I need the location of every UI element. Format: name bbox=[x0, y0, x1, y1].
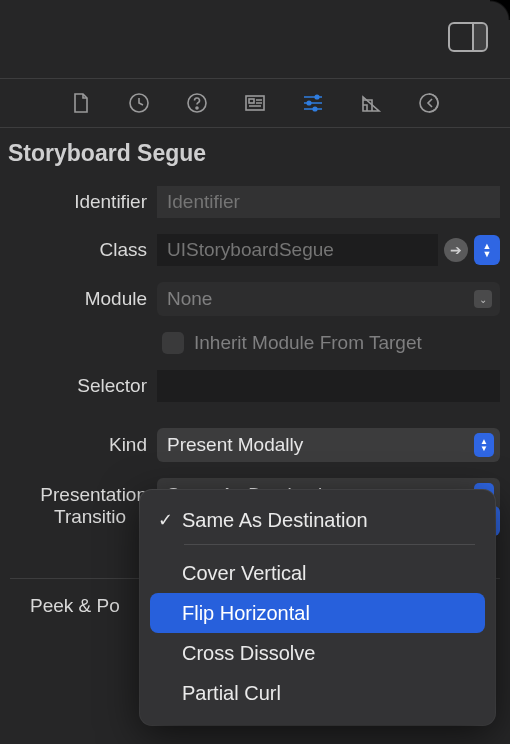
class-label: Class bbox=[0, 239, 157, 261]
class-dropdown-button[interactable]: ▲▼ bbox=[474, 235, 500, 265]
updown-icon: ▲▼ bbox=[474, 433, 494, 457]
kind-value: Present Modally bbox=[167, 434, 303, 456]
popup-separator bbox=[184, 544, 475, 545]
transition-label: Transitio bbox=[54, 506, 126, 528]
popup-item-partial-curl[interactable]: Partial Curl bbox=[150, 673, 485, 713]
check-icon: ✓ bbox=[158, 509, 182, 531]
popup-item-label: Partial Curl bbox=[182, 682, 281, 705]
selector-label: Selector bbox=[0, 375, 157, 397]
size-tab-icon[interactable] bbox=[359, 91, 383, 115]
section-title: Storyboard Segue bbox=[8, 140, 206, 167]
popup-item-cross-dissolve[interactable]: Cross Dissolve bbox=[150, 633, 485, 673]
selector-field[interactable] bbox=[157, 370, 500, 402]
popup-item-label: Cover Vertical bbox=[182, 562, 307, 585]
chevron-down-icon: ⌄ bbox=[474, 290, 492, 308]
popup-item-label: Cross Dissolve bbox=[182, 642, 315, 665]
identity-tab-icon[interactable] bbox=[243, 91, 267, 115]
popup-item-label: Same As Destination bbox=[182, 509, 368, 532]
inherit-module-label: Inherit Module From Target bbox=[194, 332, 422, 354]
svg-point-2 bbox=[196, 107, 198, 109]
file-tab-icon[interactable] bbox=[69, 91, 93, 115]
connections-tab-icon[interactable] bbox=[417, 91, 441, 115]
svg-point-5 bbox=[314, 94, 319, 99]
svg-point-6 bbox=[306, 100, 311, 105]
history-tab-icon[interactable] bbox=[127, 91, 151, 115]
presentation-label: Presentation bbox=[0, 484, 157, 506]
panel-layout-icon[interactable] bbox=[448, 22, 488, 52]
transition-popup: ✓ Same As Destination Cover Vertical Fli… bbox=[140, 490, 495, 725]
popup-item-label: Flip Horizontal bbox=[182, 602, 310, 625]
svg-point-7 bbox=[312, 106, 317, 111]
attributes-tab-icon[interactable] bbox=[301, 91, 325, 115]
popup-item-cover-vertical[interactable]: Cover Vertical bbox=[150, 553, 485, 593]
help-tab-icon[interactable] bbox=[185, 91, 209, 115]
class-field[interactable] bbox=[157, 234, 438, 266]
popup-item-same-as-destination[interactable]: ✓ Same As Destination bbox=[150, 500, 485, 540]
kind-label: Kind bbox=[0, 434, 157, 456]
module-value: None bbox=[167, 288, 212, 310]
module-label: Module bbox=[0, 288, 157, 310]
panel-corner bbox=[490, 0, 510, 20]
inspector-tabbar bbox=[0, 78, 510, 128]
svg-rect-4 bbox=[249, 99, 254, 103]
identifier-field[interactable] bbox=[157, 186, 500, 218]
popup-item-flip-horizontal[interactable]: Flip Horizontal bbox=[150, 593, 485, 633]
class-jump-icon[interactable]: ➔ bbox=[444, 238, 468, 262]
identifier-label: Identifier bbox=[0, 191, 157, 213]
segue-form: Identifier Class ➔ ▲▼ Module None ⌄ Inhe… bbox=[0, 186, 500, 524]
module-dropdown[interactable]: None ⌄ bbox=[157, 282, 500, 316]
kind-dropdown[interactable]: Present Modally ▲▼ bbox=[157, 428, 500, 462]
inherit-module-checkbox[interactable] bbox=[162, 332, 184, 354]
